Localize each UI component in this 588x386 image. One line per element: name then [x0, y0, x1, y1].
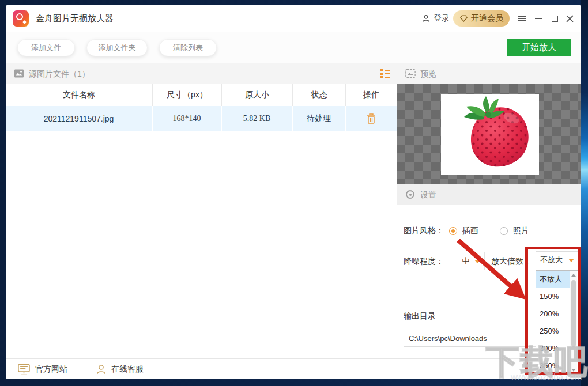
denoise-label: 降噪程度：: [404, 256, 444, 267]
output-dir-label: 输出目录: [404, 311, 436, 321]
diamond-icon: [459, 14, 468, 22]
radio-photo[interactable]: [500, 227, 508, 235]
panel-divider: [397, 205, 397, 358]
settings-header: 设置: [397, 184, 581, 205]
online-service-label: 在线客服: [111, 364, 144, 374]
settings-icon: [406, 190, 414, 199]
scale-option[interactable]: 250%: [536, 323, 570, 340]
clear-list-button[interactable]: 清除列表: [159, 39, 217, 56]
table-row[interactable]: 2021121911507.jpg 168*140 5.82 KB 待处理: [6, 106, 397, 131]
source-files-label: 源图片文件（1）: [29, 63, 90, 84]
file-name: 2021121911507.jpg: [6, 106, 153, 131]
radio-illustration-label[interactable]: 插画: [462, 226, 478, 236]
scale-label: 放大倍数：: [491, 256, 532, 267]
radio-illustration[interactable]: [449, 227, 457, 235]
scroll-down-icon[interactable]: [571, 369, 576, 372]
footer: 官方网站 在线客服: [6, 358, 581, 379]
strawberry-image: [441, 94, 539, 175]
titlebar: 金舟图片无损放大器 登录 开通会员: [6, 5, 581, 32]
style-label: 图片风格：: [404, 226, 444, 236]
column-actions: 操作: [346, 84, 397, 106]
column-status: 状态: [293, 84, 346, 106]
menu-icon[interactable]: [517, 13, 528, 24]
app-logo-icon: [13, 10, 29, 27]
scale-value: 不放大: [540, 255, 563, 264]
preview-header: 预览: [397, 63, 581, 84]
close-button[interactable]: [564, 13, 575, 24]
output-dir-input[interactable]: [404, 330, 538, 347]
scale-option[interactable]: 300%: [536, 340, 570, 357]
scale-option[interactable]: 350%: [536, 357, 570, 374]
window-title: 金舟图片无损放大器: [36, 5, 114, 32]
vip-label: 开通会员: [471, 13, 503, 24]
vip-button[interactable]: 开通会员: [453, 10, 510, 27]
denoise-select[interactable]: 中: [447, 252, 485, 270]
list-view-icon[interactable]: [380, 69, 390, 78]
minimize-button[interactable]: [533, 13, 544, 24]
scale-option[interactable]: 不放大: [536, 271, 570, 288]
person-icon: [96, 364, 107, 375]
file-size: 5.82 KB: [222, 106, 293, 131]
maximize-button[interactable]: [549, 13, 560, 24]
file-dimensions: 168*140: [153, 106, 222, 131]
table-header: 文件名称 尺寸（px） 原大小 状态 操作: [6, 84, 397, 106]
denoise-value: 中: [462, 256, 470, 265]
row-actions: [346, 106, 397, 131]
login-label: 登录: [434, 13, 450, 24]
chevron-down-icon: [568, 259, 574, 262]
add-folder-button[interactable]: 添加文件夹: [86, 39, 148, 56]
scroll-up-icon[interactable]: [571, 274, 576, 277]
chevron-down-icon: [474, 260, 480, 263]
official-site-label: 官方网站: [35, 364, 67, 374]
preview-icon: [405, 69, 416, 78]
scale-option[interactable]: 150%: [536, 288, 570, 305]
settings-label: 设置: [420, 184, 436, 205]
dropdown-scrollbar[interactable]: [570, 271, 577, 374]
add-file-button[interactable]: 添加文件: [17, 39, 75, 56]
file-status: 待处理: [293, 106, 346, 131]
desktop-background: 金舟图片无损放大器 登录 开通会员 添加文: [0, 0, 588, 386]
scale-options-dropdown: 不放大 150% 200% 250% 300% 350%: [536, 270, 578, 375]
desktop-wallpaper-strip: [581, 0, 588, 386]
preview-label: 预览: [420, 63, 436, 84]
annotation-arrow: [409, 232, 536, 313]
scrollbar-thumb[interactable]: [571, 280, 576, 347]
preview-image: [441, 94, 539, 175]
column-size: 原大小: [222, 84, 293, 106]
column-filename: 文件名称: [6, 84, 153, 106]
scale-select[interactable]: 不放大: [536, 251, 578, 268]
column-dimensions: 尺寸（px）: [153, 84, 222, 106]
scale-option[interactable]: 200%: [536, 305, 570, 323]
user-icon: [421, 14, 431, 23]
toolbar: 添加文件 添加文件夹 清除列表 开始放大: [6, 32, 581, 63]
image-icon: [14, 69, 24, 78]
online-service-link[interactable]: 在线客服: [96, 359, 144, 379]
delete-icon[interactable]: [366, 113, 376, 124]
login-button[interactable]: 登录: [421, 5, 450, 32]
monitor-icon: [17, 364, 31, 375]
app-window: 金舟图片无损放大器 登录 开通会员 添加文: [6, 5, 581, 379]
official-site-link[interactable]: 官方网站: [17, 359, 67, 379]
radio-photo-label[interactable]: 照片: [513, 226, 529, 236]
start-enlarge-button[interactable]: 开始放大: [507, 39, 571, 56]
source-files-header: 源图片文件（1）: [6, 63, 397, 84]
